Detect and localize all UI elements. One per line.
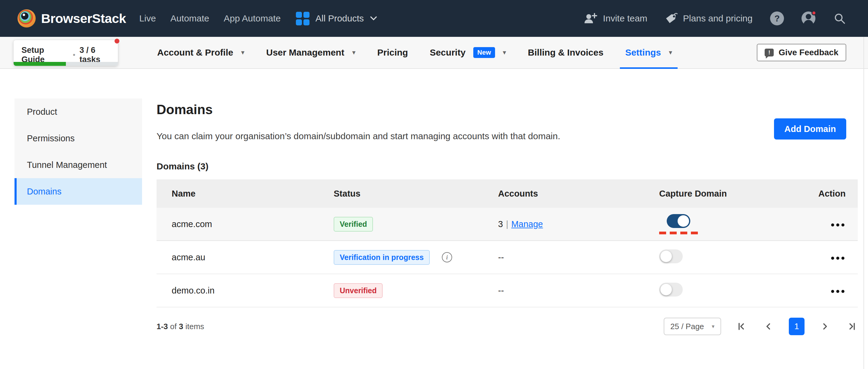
tab-settings[interactable]: Settings ▾	[625, 37, 672, 68]
page: BrowserStack LiveAutomateApp Automate Al…	[0, 0, 868, 369]
table-row: acme.com Verified i 3|Manage	[157, 208, 858, 241]
product-links: LiveAutomateApp Automate	[139, 13, 281, 24]
status-badge: Unverified	[334, 283, 383, 298]
manage-accounts-link[interactable]: Manage	[512, 219, 543, 229]
domain-name: acme.au	[157, 253, 334, 262]
nav-link-app-automate[interactable]: App Automate	[224, 13, 280, 24]
page-description: You can claim your organisation’s domain…	[157, 131, 858, 141]
setup-guide-progress-text: 3 / 6 tasks	[80, 45, 118, 64]
content-area: ProductPermissionsTunnel ManagementDomai…	[0, 69, 868, 369]
chevron-down-icon	[370, 16, 377, 21]
capture-domain-toggle[interactable]	[667, 214, 690, 228]
settings-navigation: Setup Guide • 3 / 6 tasks Account & Prof…	[0, 37, 868, 69]
tab-pricing[interactable]: Pricing ▾	[377, 37, 408, 68]
price-tag-icon	[665, 12, 678, 25]
domains-table: NameStatusAccountsCapture DomainAction a…	[157, 179, 858, 307]
tab-billing-invoices[interactable]: Billing & Invoices ▾	[528, 37, 603, 68]
prev-page-button[interactable]	[762, 321, 774, 332]
all-products-menu[interactable]: All Products	[296, 12, 377, 25]
sidebar-item-domains[interactable]: Domains	[14, 178, 142, 205]
brand-name[interactable]: BrowserStack	[41, 11, 126, 26]
search-icon[interactable]	[833, 12, 846, 25]
tab-account-profile[interactable]: Account & Profile ▾	[157, 37, 245, 68]
pagination: 25 / Page ▾ 1	[664, 318, 858, 335]
add-domain-button[interactable]: Add Domain	[774, 119, 846, 139]
items-count: 1-3 of 3 items	[157, 322, 204, 331]
page-size-select[interactable]: 25 / Page ▾	[664, 318, 721, 335]
domain-name: demo.co.in	[157, 286, 334, 296]
table-header-row: NameStatusAccountsCapture DomainAction	[157, 179, 858, 208]
status-badge: Verified	[334, 217, 373, 232]
column-header-accounts: Accounts	[498, 189, 659, 199]
top-navigation: BrowserStack LiveAutomateApp Automate Al…	[0, 0, 868, 37]
sidebar-item-label: Domains	[27, 187, 61, 197]
all-products-label: All Products	[315, 13, 364, 24]
table-row: demo.co.in Unverified i --	[157, 274, 858, 307]
current-page[interactable]: 1	[789, 318, 805, 335]
table-title: Domains (3)	[157, 161, 858, 171]
column-header-capture-domain: Capture Domain	[659, 189, 809, 199]
tab-label: Security	[430, 47, 465, 58]
table-body: acme.com Verified i 3|Manage acme.au Ver…	[157, 208, 858, 307]
accounts-cell: 3|Manage	[498, 219, 659, 229]
browserstack-logo-icon[interactable]	[18, 9, 36, 28]
progress-fill	[13, 62, 66, 66]
setup-guide-title: Setup Guide	[22, 45, 69, 64]
table-footer: 1-3 of 3 items 25 / Page ▾ 1	[157, 318, 858, 335]
sidebar-item-tunnel-management[interactable]: Tunnel Management	[14, 152, 142, 178]
sidebar-item-label: Product	[27, 107, 57, 117]
row-actions-menu[interactable]	[830, 287, 846, 296]
sidebar-item-permissions[interactable]: Permissions	[14, 125, 142, 152]
next-page-button[interactable]	[819, 321, 831, 332]
page-title: Domains	[157, 102, 858, 117]
status-badge: Verification in progress	[334, 250, 430, 265]
account-avatar[interactable]	[802, 11, 815, 25]
help-icon[interactable]: ?	[770, 11, 784, 25]
setup-guide-card[interactable]: Setup Guide • 3 / 6 tasks	[13, 40, 118, 66]
settings-sidebar: ProductPermissionsTunnel ManagementDomai…	[14, 98, 142, 205]
dot-separator: •	[73, 51, 75, 59]
invite-team-button[interactable]: Invite team	[584, 13, 647, 24]
domain-name: acme.com	[157, 219, 334, 229]
info-icon[interactable]: i	[442, 252, 452, 262]
tab-label: Billing & Invoices	[528, 47, 603, 58]
last-page-button[interactable]	[846, 321, 858, 332]
nav-link-automate[interactable]: Automate	[170, 13, 209, 24]
tab-label: User Management	[266, 47, 344, 58]
column-header-action: Action	[809, 189, 858, 199]
chevron-down-icon: ▾	[241, 48, 245, 57]
sidebar-item-label: Tunnel Management	[27, 160, 107, 170]
grid-icon	[296, 12, 309, 25]
chevron-down-icon: ▾	[712, 323, 714, 330]
new-badge: New	[473, 47, 495, 58]
sidebar-item-label: Permissions	[27, 133, 75, 143]
page-size-label: 25 / Page	[670, 322, 704, 331]
row-actions-menu[interactable]	[830, 221, 846, 230]
plans-pricing-button[interactable]: Plans and pricing	[665, 12, 752, 25]
tab-label: Account & Profile	[157, 47, 233, 58]
chevron-down-icon: ▾	[669, 48, 672, 57]
table-row: acme.au Verification in progress i --	[157, 241, 858, 274]
notification-dot	[811, 10, 816, 15]
row-actions-menu[interactable]	[830, 254, 846, 263]
column-header-status: Status	[334, 189, 498, 199]
capture-domain-toggle[interactable]	[659, 282, 683, 297]
accounts-cell: --	[498, 253, 659, 262]
capture-domain-toggle[interactable]	[659, 249, 683, 263]
feedback-bubble-icon: !	[765, 48, 774, 57]
nav-link-live[interactable]: Live	[139, 13, 156, 24]
chevron-down-icon: ▾	[503, 48, 506, 57]
setup-guide-alert-dot	[115, 39, 119, 43]
scrollbar-track[interactable]	[864, 37, 864, 369]
tab-label: Settings	[625, 47, 661, 58]
setup-guide-progress-bar	[13, 62, 118, 66]
tab-user-management[interactable]: User Management ▾	[266, 37, 355, 68]
give-feedback-label: Give Feedback	[779, 48, 838, 57]
give-feedback-button[interactable]: ! Give Feedback	[757, 44, 846, 61]
tab-security[interactable]: Security New ▾	[430, 37, 506, 68]
tab-label: Pricing	[377, 47, 408, 58]
top-nav-right: Invite team Plans and pricing ?	[584, 11, 846, 25]
first-page-button[interactable]	[736, 321, 748, 332]
sidebar-item-product[interactable]: Product	[14, 98, 142, 125]
chevron-down-icon: ▾	[352, 48, 355, 57]
